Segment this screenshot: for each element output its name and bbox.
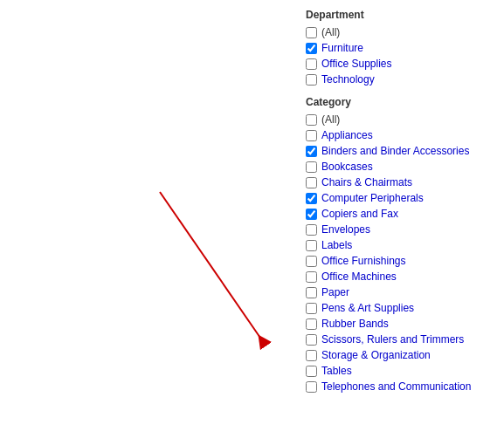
department-checkbox-dept-office-supplies[interactable] [306, 58, 317, 70]
category-label-cat-computer-peripherals[interactable]: Computer Peripherals [321, 192, 424, 204]
category-label-cat-all[interactable]: (All) [321, 113, 340, 126]
category-label-cat-office-furnishings[interactable]: Office Furnishings [321, 255, 406, 267]
category-item: Envelopes [306, 223, 498, 236]
category-section: Category (All)AppliancesBinders and Bind… [306, 96, 498, 393]
category-checkbox-cat-computer-peripherals[interactable] [306, 193, 317, 204]
category-item: Office Machines [306, 270, 498, 283]
category-checkbox-cat-rubber-bands[interactable] [306, 318, 317, 330]
category-checkbox-cat-telephones[interactable] [306, 381, 317, 393]
category-item: (All) [306, 113, 498, 126]
category-label-cat-paper[interactable]: Paper [321, 286, 349, 298]
category-label-cat-copiers[interactable]: Copiers and Fax [321, 208, 398, 220]
category-item: Storage & Organization [306, 349, 498, 361]
category-checkbox-cat-copiers[interactable] [306, 209, 317, 220]
svg-line-0 [160, 192, 262, 340]
category-checkbox-cat-scissors[interactable] [306, 334, 317, 346]
category-label-cat-envelopes[interactable]: Envelopes [321, 223, 370, 236]
department-label-dept-furniture[interactable]: Furniture [321, 42, 363, 54]
category-title: Category [306, 96, 498, 108]
category-item: Copiers and Fax [306, 208, 498, 220]
category-label-cat-binders[interactable]: Binders and Binder Accessories [321, 145, 469, 157]
category-label-cat-rubber-bands[interactable]: Rubber Bands [321, 318, 389, 330]
department-item: Office Supplies [306, 58, 498, 70]
category-checkbox-cat-pens[interactable] [306, 303, 317, 314]
category-item: Binders and Binder Accessories [306, 145, 498, 157]
category-checkbox-cat-binders[interactable] [306, 146, 317, 157]
category-label-cat-labels[interactable]: Labels [321, 239, 352, 251]
category-item: Telephones and Communication [306, 380, 498, 393]
category-item: Rubber Bands [306, 318, 498, 330]
department-checkbox-dept-all[interactable] [306, 27, 317, 38]
category-item: Computer Peripherals [306, 192, 498, 204]
category-item: Appliances [306, 129, 498, 141]
category-item: Pens & Art Supplies [306, 302, 498, 314]
category-label-cat-scissors[interactable]: Scissors, Rulers and Trimmers [321, 333, 464, 346]
filter-panel: Department (All)FurnitureOffice Supplies… [306, 9, 498, 403]
department-item: (All) [306, 26, 498, 38]
category-checkbox-cat-office-machines[interactable] [306, 271, 317, 283]
category-checkbox-cat-office-furnishings[interactable] [306, 256, 317, 267]
department-label-dept-technology[interactable]: Technology [321, 73, 375, 86]
department-label-dept-all[interactable]: (All) [321, 26, 340, 38]
category-label-cat-bookcases[interactable]: Bookcases [321, 161, 373, 173]
category-checkbox-cat-envelopes[interactable] [306, 224, 317, 236]
category-label-cat-storage[interactable]: Storage & Organization [321, 349, 431, 361]
category-checkbox-cat-bookcases[interactable] [306, 161, 317, 173]
category-item: Scissors, Rulers and Trimmers [306, 333, 498, 346]
category-label-cat-telephones[interactable]: Telephones and Communication [321, 380, 471, 393]
department-checkbox-dept-furniture[interactable] [306, 43, 317, 54]
category-label-cat-appliances[interactable]: Appliances [321, 129, 373, 141]
category-checkbox-cat-all[interactable] [306, 114, 317, 126]
category-item: Paper [306, 286, 498, 298]
department-label-dept-office-supplies[interactable]: Office Supplies [321, 58, 392, 70]
category-label-cat-pens[interactable]: Pens & Art Supplies [321, 302, 414, 314]
category-item: Bookcases [306, 161, 498, 173]
department-section: Department (All)FurnitureOffice Supplies… [306, 9, 498, 86]
category-label-cat-office-machines[interactable]: Office Machines [321, 270, 397, 283]
category-item: Labels [306, 239, 498, 251]
category-checkbox-cat-tables[interactable] [306, 366, 317, 377]
department-item: Technology [306, 73, 498, 86]
department-checkbox-dept-technology[interactable] [306, 74, 317, 86]
category-item: Chairs & Chairmats [306, 176, 498, 188]
category-item: Office Furnishings [306, 255, 498, 267]
category-checkbox-cat-chairs[interactable] [306, 177, 317, 188]
department-title: Department [306, 9, 498, 21]
department-item: Furniture [306, 42, 498, 54]
category-checkbox-cat-storage[interactable] [306, 350, 317, 361]
category-checkbox-cat-appliances[interactable] [306, 130, 317, 141]
category-label-cat-tables[interactable]: Tables [321, 365, 352, 377]
category-label-cat-chairs[interactable]: Chairs & Chairmats [321, 176, 412, 188]
category-item: Tables [306, 365, 498, 377]
category-checkbox-cat-paper[interactable] [306, 287, 317, 298]
category-checkbox-cat-labels[interactable] [306, 240, 317, 251]
